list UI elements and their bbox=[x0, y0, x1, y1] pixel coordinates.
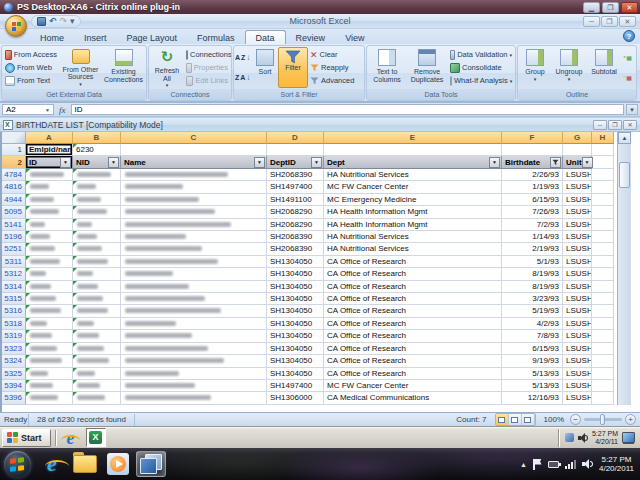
cell-birthdate[interactable]: 4/2/93 bbox=[502, 318, 563, 330]
cell-birthdate[interactable]: 5/13/93 bbox=[502, 368, 563, 380]
cell-name-redacted[interactable] bbox=[121, 181, 267, 193]
cell-nid-redacted[interactable] bbox=[73, 305, 121, 317]
clear-filter-button[interactable]: ✕Clear bbox=[308, 50, 363, 60]
network-icon[interactable] bbox=[565, 459, 576, 469]
cell-unit[interactable]: LSUSH bbox=[563, 392, 592, 404]
cell-name-redacted[interactable] bbox=[121, 380, 267, 392]
sort-za-button[interactable]: ZA↓ bbox=[235, 74, 252, 81]
cell-empty[interactable] bbox=[592, 343, 614, 355]
cell-nid-redacted[interactable] bbox=[73, 343, 121, 355]
cell-unit[interactable]: LSUSH bbox=[563, 368, 592, 380]
cell-deptid[interactable]: SH1304050 bbox=[267, 305, 324, 317]
filter-dropdown-icon[interactable]: ▼ bbox=[582, 157, 593, 168]
cell-empty[interactable] bbox=[592, 392, 614, 404]
filter-header-deptid[interactable]: DeptID▼ bbox=[267, 156, 324, 169]
cell-unit[interactable]: LSUSH bbox=[563, 293, 592, 305]
cell-unit[interactable]: LSUSH bbox=[563, 380, 592, 392]
ungroup-button[interactable]: Ungroup▾ bbox=[551, 47, 587, 88]
cell-id-redacted[interactable] bbox=[26, 231, 73, 243]
cell-dept[interactable]: CA Office of Research bbox=[324, 368, 502, 380]
cell-dept[interactable]: CA Office of Research bbox=[324, 305, 502, 317]
cell-name-redacted[interactable] bbox=[121, 243, 267, 255]
cell-id-redacted[interactable] bbox=[26, 293, 73, 305]
cell-nid-redacted[interactable] bbox=[73, 368, 121, 380]
cell-empty[interactable] bbox=[592, 169, 614, 181]
cell-birthdate[interactable]: 6/15/93 bbox=[502, 343, 563, 355]
scroll-thumb[interactable] bbox=[619, 162, 630, 188]
cell-deptid[interactable]: SH2068390 bbox=[267, 169, 324, 181]
row-header[interactable]: 5323 bbox=[2, 343, 26, 355]
cell-deptid[interactable]: SH1491100 bbox=[267, 194, 324, 206]
cell-nid-redacted[interactable] bbox=[73, 281, 121, 293]
show-detail-icon[interactable]: ⁺▦ bbox=[621, 54, 633, 61]
cell-birthdate[interactable]: 1/14/93 bbox=[502, 231, 563, 243]
cell-unit[interactable]: LSUSH bbox=[563, 169, 592, 181]
cell-dept[interactable]: CA Office of Research bbox=[324, 355, 502, 367]
cell-unit[interactable]: LSUSH bbox=[563, 206, 592, 218]
restore-icon[interactable]: ❐ bbox=[602, 2, 619, 13]
cell-birthdate[interactable]: 7/2/93 bbox=[502, 219, 563, 231]
battery-icon[interactable] bbox=[548, 461, 559, 468]
cell-dept[interactable]: MC Emergency Medicine bbox=[324, 194, 502, 206]
cell-unit[interactable]: LSUSH bbox=[563, 355, 592, 367]
cell-deptid[interactable]: SH1304050 bbox=[267, 355, 324, 367]
name-box[interactable]: A2▼ bbox=[2, 104, 54, 115]
cell-name-redacted[interactable] bbox=[121, 305, 267, 317]
cell-nid-redacted[interactable] bbox=[73, 169, 121, 181]
cell-birthdate[interactable]: 2/26/93 bbox=[502, 169, 563, 181]
cell-dept[interactable]: HA Health Information Mgmt bbox=[324, 206, 502, 218]
cell-empty[interactable] bbox=[592, 231, 614, 243]
cell-unit[interactable]: LSUSH bbox=[563, 330, 592, 342]
cell-unit[interactable]: LSUSH bbox=[563, 281, 592, 293]
cell-birthdate[interactable]: 1/19/93 bbox=[502, 181, 563, 193]
cell-empty[interactable] bbox=[592, 281, 614, 293]
insert-function-icon[interactable]: fx bbox=[56, 105, 69, 115]
cell-name-redacted[interactable] bbox=[121, 343, 267, 355]
cell-name-redacted[interactable] bbox=[121, 368, 267, 380]
filter-dropdown-icon[interactable]: ▼ bbox=[254, 157, 265, 168]
excel-taskbar-button[interactable]: X bbox=[86, 428, 106, 447]
cell-dept[interactable]: MC FW Cancer Center bbox=[324, 380, 502, 392]
cell-deptid[interactable]: SH1304050 bbox=[267, 318, 324, 330]
cell-nid-redacted[interactable] bbox=[73, 293, 121, 305]
cell-dept[interactable]: HA Nutritional Services bbox=[324, 243, 502, 255]
cell-nid-redacted[interactable] bbox=[73, 392, 121, 404]
cell-name-redacted[interactable] bbox=[121, 169, 267, 181]
text-to-columns-button[interactable]: Text to Columns bbox=[368, 47, 406, 88]
advanced-filter-button[interactable]: Advanced bbox=[308, 76, 363, 85]
cell-nid-redacted[interactable] bbox=[73, 231, 121, 243]
from-text-button[interactable]: From Text bbox=[3, 76, 59, 86]
excel-close-icon[interactable]: ✕ bbox=[619, 16, 636, 27]
cell-id-redacted[interactable] bbox=[26, 219, 73, 231]
cell-birthdate[interactable]: 6/15/93 bbox=[502, 194, 563, 206]
cell-birthdate[interactable]: 8/19/93 bbox=[502, 268, 563, 280]
cell-unit[interactable]: LSUSH bbox=[563, 256, 592, 268]
cell-nid-redacted[interactable] bbox=[73, 206, 121, 218]
cell-c1[interactable] bbox=[121, 144, 267, 156]
from-other-sources-button[interactable]: From Other Sources▾ bbox=[59, 47, 102, 88]
cell-dept[interactable]: CA Office of Research bbox=[324, 318, 502, 330]
cell-name-redacted[interactable] bbox=[121, 392, 267, 404]
cell-deptid[interactable]: SH1304050 bbox=[267, 330, 324, 342]
column-header-f[interactable]: F bbox=[502, 132, 563, 144]
cell-a1[interactable]: Emlpid/nan bbox=[26, 144, 73, 156]
cell-name-redacted[interactable] bbox=[121, 194, 267, 206]
cell-id-redacted[interactable] bbox=[26, 281, 73, 293]
cell-empty[interactable] bbox=[592, 268, 614, 280]
row-header[interactable]: 5312 bbox=[2, 268, 26, 280]
select-all-corner[interactable] bbox=[2, 132, 26, 144]
internet-explorer-icon[interactable]: e bbox=[60, 428, 82, 448]
workbook-close-icon[interactable]: ✕ bbox=[623, 120, 637, 130]
tab-view[interactable]: View bbox=[335, 31, 374, 44]
row-header[interactable]: 5316 bbox=[2, 305, 26, 317]
cell-dept[interactable]: HA Nutritional Services bbox=[324, 231, 502, 243]
cell-name-redacted[interactable] bbox=[121, 268, 267, 280]
cell-name-redacted[interactable] bbox=[121, 219, 267, 231]
normal-view-icon[interactable] bbox=[496, 414, 509, 425]
display-icon[interactable] bbox=[622, 432, 635, 443]
cell-dept[interactable]: CA Office of Research bbox=[324, 256, 502, 268]
cell-deptid[interactable]: SH1497400 bbox=[267, 380, 324, 392]
reapply-button[interactable]: Reapply bbox=[308, 63, 363, 72]
cell-nid-redacted[interactable] bbox=[73, 194, 121, 206]
vertical-scrollbar[interactable]: ▲ bbox=[617, 132, 631, 405]
